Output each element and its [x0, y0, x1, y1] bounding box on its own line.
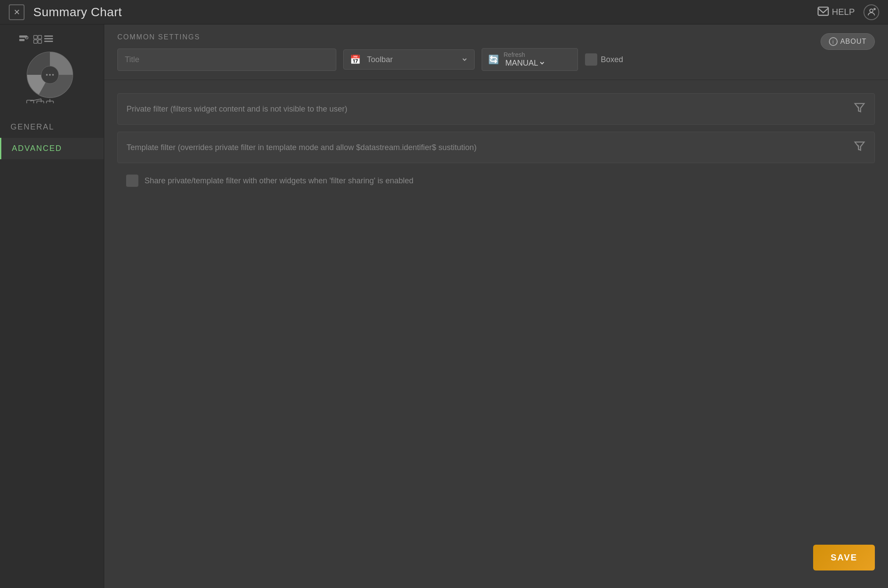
- svg-rect-0: [818, 7, 828, 15]
- about-button[interactable]: i ABOUT: [821, 33, 875, 50]
- funnel-icon-2: [853, 140, 866, 152]
- svg-point-17: [52, 74, 54, 76]
- help-label: HELP: [832, 7, 855, 17]
- help-icon: [817, 6, 829, 18]
- refresh-icon: 🔄: [488, 54, 499, 65]
- svg-rect-10: [44, 35, 53, 37]
- boxed-wrapper: Boxed: [585, 53, 623, 66]
- about-label: ABOUT: [840, 38, 867, 46]
- sidebar-item-advanced[interactable]: ADVANCED: [0, 138, 104, 159]
- boxed-label: Boxed: [601, 55, 623, 64]
- content-area: Private filter (filters widget content a…: [104, 80, 888, 204]
- svg-point-1: [870, 9, 873, 12]
- about-icon: i: [829, 37, 838, 46]
- header: ✕ Summary Chart HELP: [0, 0, 888, 24]
- help-button[interactable]: HELP: [817, 6, 855, 18]
- svg-rect-9: [38, 40, 42, 43]
- save-button[interactable]: SAVE: [813, 545, 875, 570]
- share-filter-text: Share private/template filter with other…: [144, 176, 413, 186]
- refresh-wrapper: 🔄 Refresh MANUAL: [482, 48, 578, 71]
- refresh-select[interactable]: MANUAL: [504, 58, 546, 68]
- toolbar-select[interactable]: Toolbar: [365, 55, 468, 64]
- private-filter-row[interactable]: Private filter (filters widget content a…: [117, 93, 875, 125]
- funnel-icon: [853, 102, 866, 114]
- refresh-label: Refresh: [504, 51, 571, 58]
- title-input[interactable]: [117, 49, 336, 71]
- private-filter-text: Private filter (filters widget content a…: [127, 105, 849, 114]
- close-icon[interactable]: ✕: [9, 4, 25, 20]
- svg-rect-12: [44, 41, 53, 42]
- template-filter-row[interactable]: Template filter (overrides private filte…: [117, 132, 875, 163]
- header-actions: HELP: [817, 4, 879, 20]
- svg-point-15: [46, 74, 48, 76]
- private-filter-icon: [853, 102, 866, 116]
- widget-preview-icon: [17, 33, 87, 103]
- boxed-checkbox[interactable]: [585, 53, 597, 66]
- sidebar: GENERAL ADVANCED: [0, 24, 104, 588]
- main-content: i ABOUT COMMON SETTINGS 📅 Toolbar 🔄 Refr…: [104, 24, 888, 588]
- calendar-icon: 📅: [350, 54, 361, 65]
- sidebar-item-general[interactable]: GENERAL: [0, 116, 104, 138]
- svg-rect-22: [37, 101, 44, 103]
- svg-rect-4: [19, 39, 25, 41]
- toolbar-select-wrapper: 📅 Toolbar: [343, 49, 475, 70]
- svg-point-16: [49, 74, 51, 76]
- svg-rect-8: [38, 35, 42, 39]
- svg-rect-11: [44, 38, 53, 39]
- widget-icon-area: [17, 33, 87, 103]
- common-settings-label: COMMON SETTINGS: [117, 33, 875, 41]
- share-filter-checkbox[interactable]: [126, 175, 138, 187]
- refresh-value-row: MANUAL: [504, 58, 571, 68]
- common-settings-section: COMMON SETTINGS 📅 Toolbar 🔄 Refresh MANU…: [104, 24, 888, 80]
- page-title: Summary Chart: [33, 5, 122, 19]
- template-filter-text: Template filter (overrides private filte…: [127, 143, 849, 152]
- template-filter-icon: [853, 140, 866, 155]
- user-icon[interactable]: [863, 4, 879, 20]
- refresh-inner: Refresh MANUAL: [504, 51, 571, 68]
- share-filter-row: Share private/template filter with other…: [117, 170, 875, 191]
- settings-row: 📅 Toolbar 🔄 Refresh MANUAL: [117, 48, 875, 71]
- sidebar-navigation: GENERAL ADVANCED: [0, 116, 104, 159]
- svg-rect-7: [34, 40, 37, 43]
- svg-rect-6: [34, 35, 37, 39]
